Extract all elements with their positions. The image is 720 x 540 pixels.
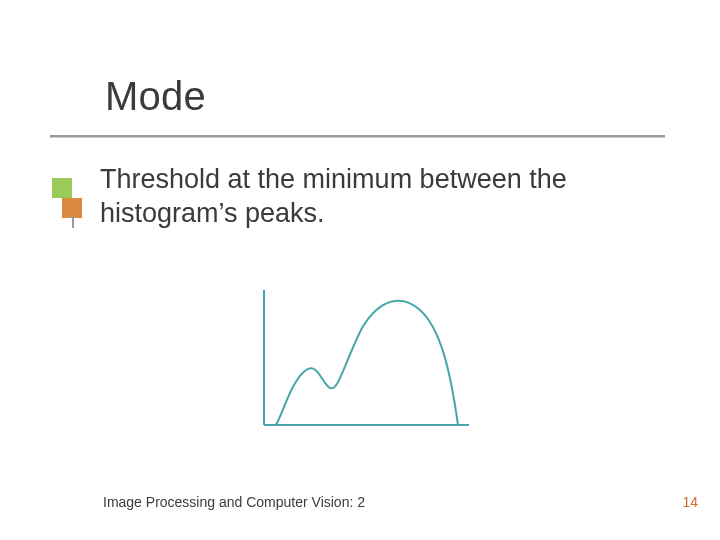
footer-text: Image Processing and Computer Vision: 2 [103, 494, 365, 510]
body-text: Threshold at the minimum between the his… [100, 163, 660, 231]
slide: Mode Threshold at the minimum between th… [0, 0, 720, 540]
histogram-sketch [244, 280, 484, 435]
title-underline-shadow [50, 137, 665, 138]
histogram-curve [276, 301, 458, 425]
accent-square-orange [62, 198, 82, 218]
page-number: 14 [682, 494, 698, 510]
accent-tick [72, 216, 74, 228]
slide-title: Mode [105, 74, 206, 119]
accent-square-green [52, 178, 72, 198]
